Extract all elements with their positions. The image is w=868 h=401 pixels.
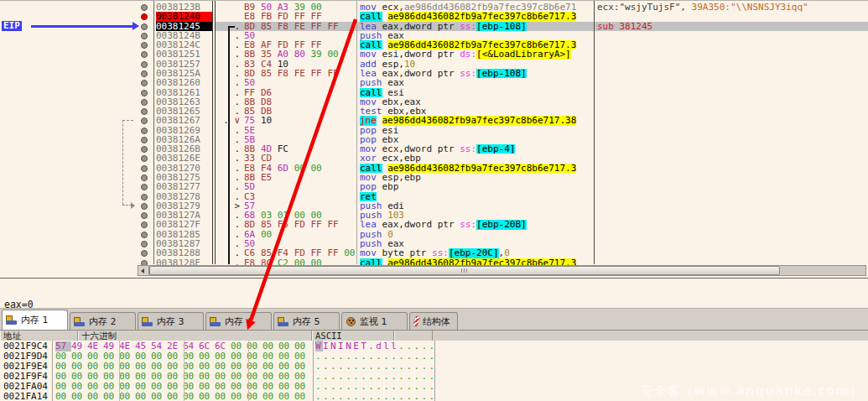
row-dot[interactable] xyxy=(137,182,153,191)
row-dot[interactable] xyxy=(137,40,153,49)
instruction-cell: mov ecx,ae986dd436082fb9a7fec397c8b6e71 xyxy=(360,3,593,12)
row-dot[interactable] xyxy=(137,31,153,40)
row-dot[interactable] xyxy=(137,97,153,107)
horizontal-scrollbar[interactable] xyxy=(138,265,866,276)
token: mov xyxy=(360,248,382,258)
row-dot[interactable] xyxy=(137,230,153,239)
instruction-cell: push eax xyxy=(360,239,593,248)
ascii-char: . xyxy=(368,391,376,401)
bytes-cell: C3 xyxy=(244,192,361,201)
row-dot[interactable] xyxy=(137,22,153,31)
disassembly-pane: 0038123BB9 50 A3 39 00 mov ecx,ae986dd43… xyxy=(0,1,868,279)
row-dot[interactable] xyxy=(137,248,153,258)
byte: 85 xyxy=(261,220,272,229)
disasm-row[interactable]: 0038124C.E8 AF FD FF FF call ae986dd4360… xyxy=(0,40,868,49)
row-dot[interactable] xyxy=(137,220,153,229)
row-dot[interactable] xyxy=(137,135,153,144)
tab-struct[interactable]: 结构体 xyxy=(409,312,458,330)
token: 103 xyxy=(387,211,404,220)
token: esi xyxy=(387,88,404,97)
disasm-row[interactable]: 00381263.8B D8 mov ebx,eax xyxy=(0,97,868,107)
tab-memory[interactable]: 内存 2 xyxy=(70,312,136,330)
byte: E5 xyxy=(261,173,272,182)
disasm-row[interactable]: 0038126B.8B 4D FC mov ecx,dword ptr ss:[… xyxy=(0,144,868,154)
row-dot[interactable] xyxy=(137,69,153,78)
token: ebp xyxy=(382,182,399,191)
disasm-row[interactable]: 00381287.50 push eax xyxy=(0,239,868,248)
byte: D8 xyxy=(261,97,272,107)
disasm-row[interactable]: 00381278.C3 ret xyxy=(0,192,868,201)
row-dot[interactable] xyxy=(137,154,153,163)
disasm-row[interactable]: 00381261.FF D6 call esi xyxy=(0,88,868,97)
disasm-row[interactable]: 00381285.6A 00 push 0 xyxy=(0,230,868,239)
tab-memory[interactable]: 内存 5 xyxy=(273,312,340,330)
disasm-row[interactable]: 00381265.85 DB test ebx,ebx xyxy=(0,107,868,116)
row-dot[interactable] xyxy=(137,211,153,220)
tab-label: 内存 1 xyxy=(21,314,49,326)
disasm-row[interactable]: 00381275.8B E5 mov esp,ebp xyxy=(0,173,868,182)
row-dot[interactable] xyxy=(137,144,153,154)
byte: 10 xyxy=(261,116,272,125)
token: mov xyxy=(360,49,382,59)
byte: 00 xyxy=(311,3,322,12)
byte: 00 xyxy=(327,49,338,59)
byte: 5D xyxy=(244,182,255,191)
memory-byte: 00 xyxy=(55,392,71,401)
disasm-row[interactable]: 00381288.C6 85 F4 FD FF FF 00 mov byte p… xyxy=(0,248,868,258)
row-dot[interactable] xyxy=(137,116,153,125)
row-dot[interactable] xyxy=(137,173,153,182)
token: ecx, xyxy=(382,3,405,12)
byte: 83 xyxy=(244,60,255,69)
token: push xyxy=(360,31,387,40)
bytes-cell: 5B xyxy=(244,135,361,144)
token: ae986dd436082fb9a7fec397c8b6e71 xyxy=(404,3,576,12)
disasm-row[interactable]: 00381260.50 push eax xyxy=(0,78,868,87)
token: ecx:"wsjyTujsF", xyxy=(597,3,692,12)
tab-label: 监视 1 xyxy=(360,315,387,328)
comment-cell: ecx:"wsjyTujsF", 39A350:"\\NSNSJY3iqq" xyxy=(597,3,866,12)
row-dot[interactable] xyxy=(137,107,153,116)
disasm-row[interactable]: 0038124B.50 push eax xyxy=(0,31,868,40)
scroll-left-button[interactable] xyxy=(138,266,149,275)
tab-watch[interactable]: 监视 1 xyxy=(341,312,408,330)
disasm-row[interactable]: 0038127A.68 03 01 00 00 push 103 xyxy=(0,211,868,220)
row-dot[interactable] xyxy=(137,201,153,211)
byte: 85 xyxy=(261,69,272,78)
row-dot[interactable] xyxy=(137,78,153,87)
disasm-row[interactable]: 00381270.E8 F4 6D 00 00 call ae986dd4360… xyxy=(0,164,868,173)
token: eax,dword ptr xyxy=(382,220,460,229)
row-dot[interactable] xyxy=(137,60,153,69)
scrollbar-thumb[interactable] xyxy=(149,266,780,275)
token: esp, xyxy=(382,60,405,69)
disasm-row[interactable]: 00381251.8B 35 A0 80 39 00 mov esi,dword… xyxy=(0,49,868,59)
byte: FD xyxy=(294,220,305,229)
jump-arrowhead-icon xyxy=(131,202,135,209)
token: esi,dword ptr xyxy=(382,49,460,59)
tab-memory[interactable]: 内存 4 xyxy=(205,312,272,330)
breakpoint-dot[interactable] xyxy=(137,12,153,21)
tab-memory-active[interactable]: 内存 1 xyxy=(2,310,68,330)
disasm-row[interactable]: 0038127F.8D 85 F5 FD FF FF lea eax,dword… xyxy=(0,220,868,229)
disasm-row[interactable]: 0038126E.33 CD xor ecx,ebp xyxy=(0,154,868,163)
disasm-row[interactable]: 0038123BB9 50 A3 39 00 mov ecx,ae986dd43… xyxy=(0,3,868,12)
row-dot[interactable] xyxy=(137,49,153,59)
disasm-row[interactable]: 00381277.5D pop ebp xyxy=(0,182,868,191)
disasm-row[interactable]: 0038125A.8D 85 F8 FE FF FF lea eax,dword… xyxy=(0,69,868,78)
row-dot[interactable] xyxy=(137,192,153,201)
disasm-row[interactable]: 00381269.5E pop esi xyxy=(0,126,868,135)
byte: 5B xyxy=(244,135,255,144)
byte: 6D xyxy=(278,164,288,173)
row-dot[interactable] xyxy=(137,3,153,12)
byte: E8 xyxy=(244,40,255,49)
bytes-cell: 8D 85 F5 FD FF FF xyxy=(244,220,361,229)
disasm-row[interactable]: 0038126A.5B pop ebx xyxy=(0,135,868,144)
tab-memory[interactable]: 内存 3 xyxy=(138,312,204,330)
token: [ebp-108] xyxy=(476,69,527,78)
row-dot[interactable] xyxy=(137,239,153,248)
row-dot[interactable] xyxy=(137,164,153,173)
disasm-row[interactable]: 00381240E8 FB FD FF FF call ae986dd43608… xyxy=(0,12,868,21)
row-dot[interactable] xyxy=(137,88,153,97)
disasm-row[interactable]: 00381257.83 C4 10 add esp,10 xyxy=(0,60,868,69)
byte: FF xyxy=(311,220,322,229)
row-dot[interactable] xyxy=(137,126,153,135)
